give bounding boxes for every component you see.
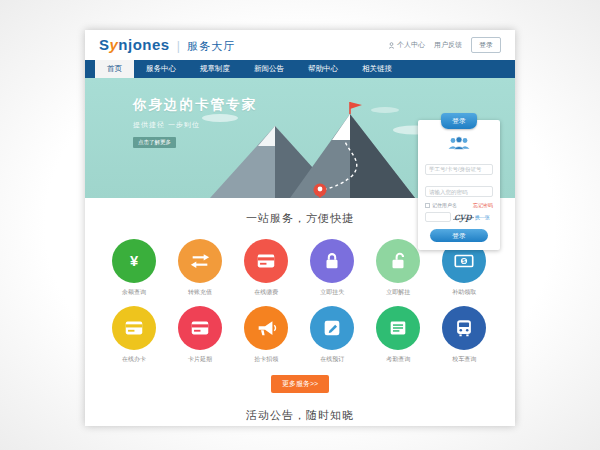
password-input[interactable] [425, 186, 493, 197]
nav-item-links[interactable]: 相关链接 [350, 60, 404, 78]
main-nav: 首页 服务中心 规章制度 新闻公告 帮助中心 相关链接 [85, 60, 515, 78]
svg-text:¥: ¥ [130, 253, 139, 269]
service-label: 拾卡招领 [254, 355, 278, 364]
service-item-pay[interactable]: 在线缴费 [233, 239, 299, 297]
captcha-input[interactable] [425, 212, 451, 222]
site-logo[interactable]: Synjones | 服务大厅 [99, 36, 235, 54]
service-label: 在线预订 [320, 355, 344, 364]
logo-text: S [99, 36, 110, 53]
service-item-found-card[interactable]: 拾卡招领 [233, 306, 299, 364]
service-item-report-loss[interactable]: 立即挂失 [299, 239, 365, 297]
service-label: 立即挂失 [320, 288, 344, 297]
header-login-button[interactable]: 登录 [471, 37, 501, 53]
remember-row: 记住用户名 忘记密码 [425, 202, 493, 208]
service-label: 补助领取 [452, 288, 476, 297]
login-submit-button[interactable]: 登录 [430, 229, 488, 242]
service-item-card-extend[interactable]: 卡片延期 [167, 306, 233, 364]
nav-item-news[interactable]: 新闻公告 [242, 60, 296, 78]
personal-center-label: 个人中心 [397, 40, 425, 50]
card-icon[interactable] [244, 239, 288, 283]
service-label: 立即解挂 [386, 288, 410, 297]
service-label: 余额查询 [122, 288, 146, 297]
card-icon[interactable] [178, 306, 222, 350]
card-icon[interactable] [112, 306, 156, 350]
megaphone-icon[interactable] [244, 306, 288, 350]
users-icon [425, 136, 493, 151]
user-feedback-label: 用户反馈 [434, 40, 462, 50]
site-title: 服务大厅 [187, 39, 235, 54]
list-icon[interactable] [376, 306, 420, 350]
service-item-attendance[interactable]: 考勤查询 [365, 306, 431, 364]
banner-copy: 你身边的卡管专家 提供捷径 一步到位 点击了解更多 [133, 96, 257, 148]
nav-item-home[interactable]: 首页 [95, 60, 134, 78]
announcements-title: 活动公告，随时知晓 [85, 408, 515, 423]
forgot-password-link[interactable]: 忘记密码 [473, 202, 493, 208]
captcha-image[interactable]: cyp [454, 212, 472, 222]
username-input[interactable] [425, 164, 493, 175]
service-item-balance[interactable]: ¥ 余额查询 [101, 239, 167, 297]
service-item-new-card[interactable]: 在线办卡 [101, 306, 167, 364]
lock-icon[interactable] [310, 239, 354, 283]
nav-item-help-center[interactable]: 帮助中心 [296, 60, 350, 78]
site-header: Synjones | 服务大厅 个人中心 用户反馈 登录 [85, 30, 515, 60]
unlock-icon[interactable] [376, 239, 420, 283]
service-label: 校车查询 [452, 355, 476, 364]
user-feedback-link[interactable]: 用户反馈 [434, 40, 462, 50]
nav-item-service-center[interactable]: 服务中心 [134, 60, 188, 78]
browser-page: Synjones | 服务大厅 个人中心 用户反馈 登录 首页 服务中心 规章制… [85, 30, 515, 426]
service-label: 转账充值 [188, 288, 212, 297]
hero-banner: 你身边的卡管专家 提供捷径 一步到位 点击了解更多 [85, 78, 515, 198]
user-icon [388, 42, 395, 49]
login-tab[interactable]: 登录 [441, 113, 477, 129]
bus-icon[interactable] [442, 306, 486, 350]
logo-divider: | [177, 39, 181, 53]
personal-center-link[interactable]: 个人中心 [388, 40, 425, 50]
remember-label: 记住用户名 [432, 202, 457, 208]
logo-text: njones [118, 36, 169, 53]
service-item-school-bus[interactable]: 校车查询 [431, 306, 497, 364]
banner-subtitle: 提供捷径 一步到位 [133, 120, 257, 130]
banner-cta-button[interactable]: 点击了解更多 [133, 137, 176, 148]
service-label: 卡片延期 [188, 355, 212, 364]
services-grid: ¥ 余额查询 转账充值 在线缴费 [85, 230, 515, 364]
remember-checkbox[interactable] [425, 203, 430, 208]
service-label: 考勤查询 [386, 355, 410, 364]
nav-item-rules[interactable]: 规章制度 [188, 60, 242, 78]
service-item-transfer[interactable]: 转账充值 [167, 239, 233, 297]
header-user-menu: 个人中心 用户反馈 登录 [388, 37, 501, 53]
service-label: 在线办卡 [122, 355, 146, 364]
service-item-online-booking[interactable]: 在线预订 [299, 306, 365, 364]
announcements-section: 活动公告，随时知晓 优惠活动 最新公告 更多>> 使用指南 更多>> [85, 408, 515, 426]
desktop-background: Synjones | 服务大厅 个人中心 用户反馈 登录 首页 服务中心 规章制… [0, 0, 600, 450]
logo-accent: y [110, 36, 119, 53]
banner-title: 你身边的卡管专家 [133, 96, 257, 114]
captcha-refresh-link[interactable]: 换一张 [475, 214, 490, 220]
more-services-button[interactable]: 更多服务>> [271, 375, 329, 393]
transfer-icon[interactable] [178, 239, 222, 283]
edit-icon[interactable] [310, 306, 354, 350]
captcha-row: cyp 换一张 [425, 212, 493, 222]
login-panel: 登录 记住用户名 忘记密码 [418, 120, 500, 250]
yen-icon[interactable]: ¥ [112, 239, 156, 283]
service-label: 在线缴费 [254, 288, 278, 297]
